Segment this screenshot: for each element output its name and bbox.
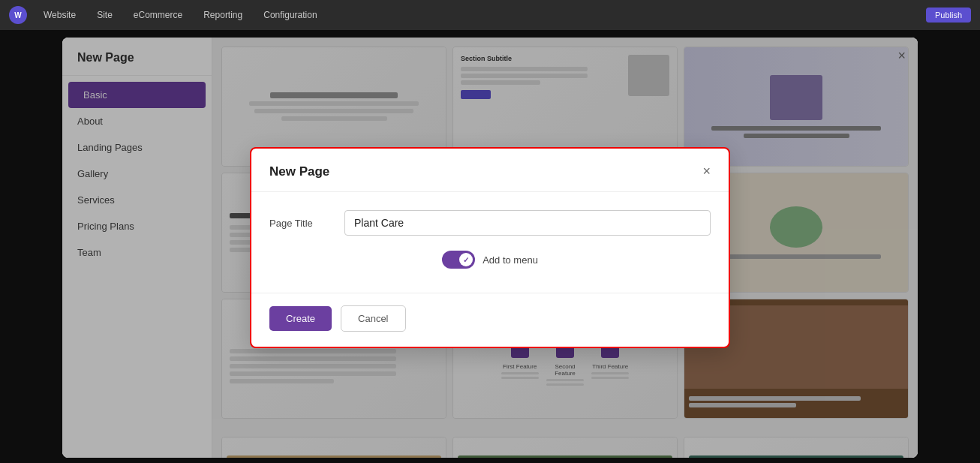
nav-website[interactable]: Website	[39, 7, 80, 23]
inner-modal: New Page × Page Title ✓	[250, 147, 730, 348]
page-title-input[interactable]	[344, 210, 711, 236]
toggle-knob: ✓	[459, 253, 473, 266]
add-to-menu-row: ✓ Add to menu	[269, 251, 711, 269]
page-title-label: Page Title	[269, 218, 329, 229]
cancel-button[interactable]: Cancel	[341, 305, 405, 332]
create-button[interactable]: Create	[269, 306, 332, 331]
nav-site[interactable]: Site	[92, 7, 117, 23]
nav-ecommerce[interactable]: eCommerce	[129, 7, 187, 23]
nav-configuration[interactable]: Configuration	[259, 7, 321, 23]
inner-modal-title: New Page	[269, 164, 329, 179]
outer-modal: New Page Basic About Landing Pages Galle…	[62, 38, 918, 458]
app-logo: W	[9, 6, 27, 24]
add-to-menu-label: Add to menu	[482, 254, 538, 266]
add-to-menu-toggle[interactable]: ✓	[442, 251, 475, 269]
nav-right-area: Publish	[926, 8, 971, 23]
page-title-row: Page Title	[269, 210, 711, 236]
inner-modal-footer: Create Cancel	[251, 293, 729, 347]
inner-modal-body: Page Title ✓ Add to menu	[251, 192, 729, 293]
top-navigation: W Website Site eCommerce Reporting Confi…	[0, 0, 980, 30]
nav-reporting[interactable]: Reporting	[199, 7, 247, 23]
inner-modal-close-button[interactable]: ×	[702, 164, 711, 179]
inner-modal-header: New Page ×	[251, 149, 729, 192]
publish-button[interactable]: Publish	[926, 8, 971, 23]
inner-modal-overlay: New Page × Page Title ✓	[62, 38, 918, 458]
outer-modal-overlay: New Page Basic About Landing Pages Galle…	[0, 30, 980, 463]
